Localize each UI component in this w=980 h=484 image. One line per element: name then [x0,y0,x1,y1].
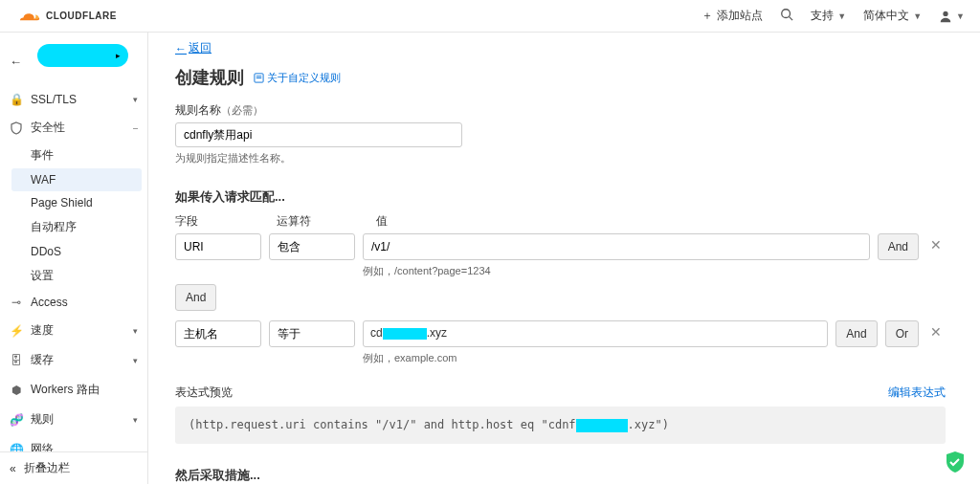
rule-name-label: 规则名称（必需） [175,102,946,119]
caret-down-icon: ▾ [133,415,138,425]
caret-down-icon: ▾ [133,95,138,104]
account-dropdown[interactable]: ▼ [939,10,965,23]
sidebar-item-page-shield[interactable]: Page Shield [0,191,147,214]
op-select-2[interactable]: 等于 [269,320,355,347]
caret-down-icon: ▼ [913,11,922,21]
sidebar-item-rules[interactable]: 🧬规则 ▾ [0,405,147,434]
sidebar-item-cache[interactable]: 🗄缓存 ▾ [0,345,147,375]
value-hint-1: 例如，/content?page=1234 [363,264,870,278]
caret-down-icon: ▼ [837,11,846,21]
page-title: 创建规则 [175,66,244,89]
op-select-1[interactable]: 包含 [269,233,355,260]
value-input-2[interactable] [363,320,828,347]
arrow-left-icon: ← [175,42,187,55]
sidebar-item-ddos[interactable]: DDoS [0,240,147,263]
sidebar-item-speed[interactable]: ⚡速度 ▾ [0,316,147,345]
caret-down-icon: ▾ [133,356,138,365]
sidebar-item-access[interactable]: ⊸Access [0,289,147,316]
collapse-sidebar-button[interactable]: « 折叠边栏 [0,451,147,484]
sidebar-item-ssl[interactable]: 🔒SSL/TLS ▾ [0,86,147,113]
domain-selector[interactable]: ▸ [37,44,128,67]
match-heading: 如果传入请求匹配... [175,188,946,206]
key-icon: ⊸ [10,296,23,309]
or-tag-2[interactable]: Or [885,320,919,347]
minus-icon: – [133,123,138,133]
remove-row-2[interactable]: ✕ [926,320,946,343]
sidebar-item-waf[interactable]: WAF [11,168,142,191]
cache-icon: 🗄 [10,354,23,367]
col-val: 值 [376,213,946,230]
svg-point-0 [782,10,791,18]
col-op: 运算符 [277,213,361,230]
caret-down-icon: ▾ [133,326,138,336]
rule-name-input[interactable] [175,122,462,147]
search-icon[interactable] [780,8,793,24]
brand-logo[interactable]: CLOUDFLARE [15,10,117,23]
workers-icon: ⬢ [10,384,23,397]
user-icon [939,10,952,23]
add-site-button[interactable]: ＋ 添加站点 [702,8,763,24]
main-content: ← 返回 创建规则 关于自定义规则 规则名称（必需） 为规则指定描述性名称。 如… [148,33,980,484]
action-heading: 然后采取措施... [175,467,946,484]
shield-icon [10,121,23,135]
support-dropdown[interactable]: 支持 ▼ [811,8,846,24]
rule-name-hint: 为规则指定描述性名称。 [175,151,946,165]
field-select-2[interactable]: 主机名 [175,320,261,347]
plus-icon: ＋ [702,8,713,24]
svg-line-1 [790,17,793,21]
bolt-icon: ⚡ [10,324,23,338]
sidebar: ← ▸ 🔒SSL/TLS ▾ 安全性 – 事件 WAF Page Shield … [0,33,148,484]
logic-and-button[interactable]: And [175,284,216,311]
edit-expression-link[interactable]: 编辑表达式 [888,385,946,401]
remove-row-1[interactable]: ✕ [926,233,946,256]
and-tag-1[interactable]: And [878,233,919,260]
back-arrow-icon[interactable]: ← [10,55,22,69]
caret-right-icon: ▸ [116,51,121,60]
security-badge-icon [946,451,965,473]
book-icon [254,73,264,83]
about-custom-rules-link[interactable]: 关于自定义规则 [254,71,341,85]
field-select-1[interactable]: URI [175,233,261,260]
sidebar-item-settings[interactable]: 设置 [0,263,147,289]
caret-down-icon: ▼ [956,11,965,21]
language-dropdown[interactable]: 简体中文 ▼ [863,8,922,24]
brand-text: CLOUDFLARE [46,11,117,21]
expression-preview: (http.request.uri contains "/v1/" and ht… [175,407,946,444]
sidebar-item-events[interactable]: 事件 [0,143,147,168]
svg-point-2 [943,11,947,15]
sidebar-item-workers[interactable]: ⬢Workers 路由 [0,375,147,405]
collapse-icon: « [10,462,16,475]
expr-label: 表达式预览 [175,385,233,401]
value-input-1[interactable] [363,233,870,260]
sidebar-item-auto[interactable]: 自动程序 [0,214,147,240]
redacted-expr [576,419,628,432]
col-field: 字段 [175,213,261,230]
rules-icon: 🧬 [10,413,23,427]
sidebar-item-security[interactable]: 安全性 – [0,113,147,143]
lock-icon: 🔒 [10,93,23,106]
value-hint-2: 例如，example.com [363,351,828,365]
and-tag-2[interactable]: And [835,320,877,347]
back-link[interactable]: ← 返回 [175,40,212,56]
